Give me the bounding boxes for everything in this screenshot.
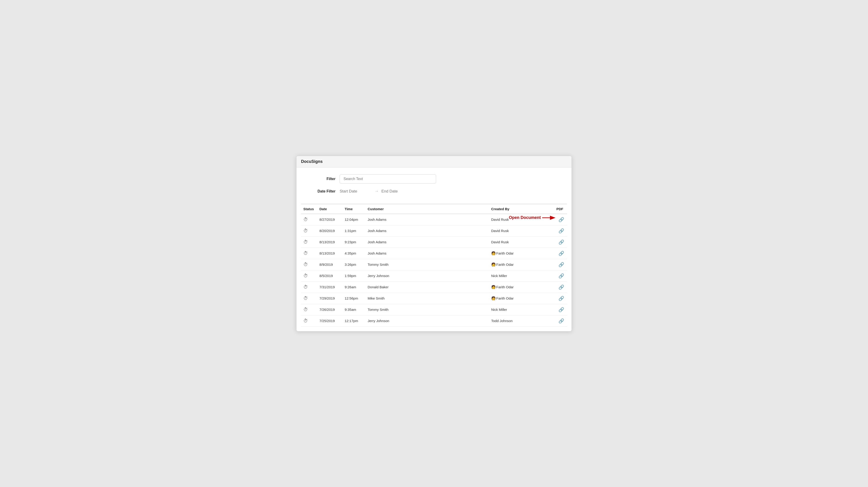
avatar-emoji: 🧑 [491,285,496,289]
time-cell: 9:35am [342,304,365,315]
avatar-emoji: 🧑 [491,263,496,267]
customer-cell: Tommy Smith [365,259,489,270]
filter-section: Filter Date Filter → [297,168,571,204]
status-cell: ⏱ [301,236,317,248]
pdf-cell[interactable]: 🔗 [553,315,567,327]
pdf-attachment-icon[interactable]: 🔗 [556,284,564,290]
pdf-attachment-icon[interactable]: 🔗 [556,318,564,324]
pdf-attachment-icon[interactable]: 🔗 [556,296,564,301]
date-cell: 8/9/2019 [317,259,342,270]
title-bar: DocuSigns [297,156,571,168]
app-window: DocuSigns Filter Date Filter → Status Da… [296,156,572,332]
col-header-pdf: PDF [553,204,567,214]
status-cell: ⏱ [301,270,317,281]
created-by-cell: 🧑Farith Odar [489,281,553,293]
pdf-attachment-icon[interactable]: 🔗 [558,217,564,222]
pdf-cell[interactable]: 🔗 [553,304,567,315]
search-filter-row: Filter [306,174,562,184]
time-cell: 12:04pm [342,214,365,225]
time-cell: 12:56pm [342,293,365,304]
time-cell: 1:59pm [342,270,365,281]
avatar-emoji: 🧑 [491,296,496,300]
clock-icon: ⏱ [303,228,308,233]
pdf-attachment-icon[interactable]: 🔗 [556,262,564,267]
search-input[interactable] [340,174,436,184]
customer-cell: Josh Adams [365,214,489,225]
date-cell: 8/27/2019 [317,214,342,225]
pdf-cell[interactable]: 🔗 [553,259,567,270]
clock-icon: ⏱ [303,284,308,290]
col-header-date: Date [317,204,342,214]
created-by-cell: Todd Johnson [489,315,553,327]
status-cell: ⏱ [301,225,317,236]
date-cell: 8/13/2019 [317,248,342,259]
table-header-row: Status Date Time Customer Created By PDF [301,204,567,214]
date-cell: 8/5/2019 [317,270,342,281]
status-cell: ⏱ [301,304,317,315]
pdf-cell[interactable]: 🔗 [553,293,567,304]
date-cell: 8/13/2019 [317,236,342,248]
table-row: ⏱7/26/20199:35amTommy SmithNick Miller🔗 [301,304,567,315]
col-header-time: Time [342,204,365,214]
pdf-cell[interactable]: 🔗 [553,270,567,281]
clock-icon: ⏱ [303,273,308,278]
table-row: ⏱8/5/20191:59pmJerry JohnsonNick Miller🔗 [301,270,567,281]
created-by-cell: David Rusk [489,214,553,225]
pdf-cell[interactable]: 🔗 [553,236,567,248]
pdf-attachment-icon[interactable]: 🔗 [556,239,564,245]
table-row: ⏱8/20/20191:31pmJosh AdamsDavid Rusk🔗 [301,225,567,236]
customer-cell: Jerry Johnson [365,270,489,281]
table-row: ⏱7/31/20199:26amDonald Baker🧑Farith Odar… [301,281,567,293]
customer-cell: Josh Adams [365,248,489,259]
status-cell: ⏱ [301,293,317,304]
date-filter-label: Date Filter [306,189,336,193]
time-cell: 9:23pm [342,236,365,248]
pdf-cell[interactable]: Open Document 🔗 [553,214,567,225]
date-cell: 7/31/2019 [317,281,342,293]
pdf-cell[interactable]: 🔗 [553,248,567,259]
time-cell: 9:26am [342,281,365,293]
avatar-emoji: 🧑 [491,251,496,255]
table-row: ⏱8/13/20194:35pmJosh Adams🧑Farith Odar🔗 [301,248,567,259]
start-date-input[interactable] [340,188,372,195]
created-by-cell: David Rusk [489,225,553,236]
created-by-cell: 🧑Farith Odar [489,259,553,270]
app-title: DocuSigns [301,159,322,164]
customer-cell: Donald Baker [365,281,489,293]
table-row: ⏱8/27/201912:04pmJosh AdamsDavid Rusk Op… [301,214,567,225]
table-row: ⏱8/9/20193:26pmTommy Smith🧑Farith Odar🔗 [301,259,567,270]
table-row: ⏱8/13/20199:23pmJosh AdamsDavid Rusk🔗 [301,236,567,248]
pdf-attachment-icon[interactable]: 🔗 [556,228,564,234]
customer-cell: Josh Adams [365,225,489,236]
customer-cell: Josh Adams [365,236,489,248]
pdf-attachment-icon[interactable]: 🔗 [556,251,564,256]
end-date-input[interactable] [381,188,413,195]
customer-cell: Tommy Smith [365,304,489,315]
status-cell: ⏱ [301,214,317,225]
date-cell: 7/29/2019 [317,293,342,304]
clock-icon: ⏱ [303,251,308,256]
created-by-cell: Nick Miller [489,304,553,315]
col-header-createdby: Created By [489,204,553,214]
clock-icon: ⏱ [303,296,308,301]
created-by-cell: 🧑Farith Odar [489,248,553,259]
customer-cell: Mike Smith [365,293,489,304]
pdf-attachment-icon[interactable]: 🔗 [556,273,564,279]
pdf-attachment-icon[interactable]: 🔗 [556,307,564,312]
col-header-status: Status [301,204,317,214]
docusigns-table: Status Date Time Customer Created By PDF… [301,204,567,327]
time-cell: 4:35pm [342,248,365,259]
date-cell: 7/26/2019 [317,304,342,315]
pdf-cell[interactable]: 🔗 [553,281,567,293]
date-arrow: → [374,189,379,194]
status-cell: ⏱ [301,259,317,270]
time-cell: 1:31pm [342,225,365,236]
date-filter-row: Date Filter → [306,188,562,195]
status-cell: ⏱ [301,248,317,259]
clock-icon: ⏱ [303,307,308,312]
created-by-cell: David Rusk [489,236,553,248]
customer-cell: Jerry Johnson [365,315,489,327]
table-row: ⏱7/25/201912:17pmJerry JohnsonTodd Johns… [301,315,567,327]
pdf-cell[interactable]: 🔗 [553,225,567,236]
clock-icon: ⏱ [303,318,308,323]
